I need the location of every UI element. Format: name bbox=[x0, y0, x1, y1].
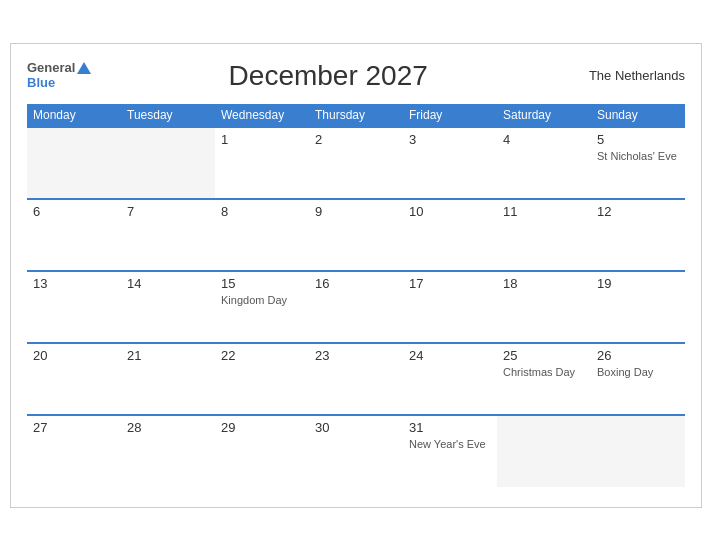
day-number: 5 bbox=[597, 132, 679, 147]
day-number: 13 bbox=[33, 276, 115, 291]
day-event: New Year's Eve bbox=[409, 437, 491, 451]
calendar-cell: 6 bbox=[27, 199, 121, 271]
calendar-cell: 13 bbox=[27, 271, 121, 343]
calendar-cell: 19 bbox=[591, 271, 685, 343]
day-number: 21 bbox=[127, 348, 209, 363]
day-number: 28 bbox=[127, 420, 209, 435]
day-number: 11 bbox=[503, 204, 585, 219]
weekday-header-sunday: Sunday bbox=[591, 104, 685, 127]
week-row-2: 6789101112 bbox=[27, 199, 685, 271]
day-number: 29 bbox=[221, 420, 303, 435]
calendar-container: General Blue December 2027 The Netherlan… bbox=[10, 43, 702, 508]
calendar-cell: 17 bbox=[403, 271, 497, 343]
calendar-cell: 11 bbox=[497, 199, 591, 271]
calendar-cell bbox=[591, 415, 685, 487]
weekday-header-tuesday: Tuesday bbox=[121, 104, 215, 127]
day-number: 31 bbox=[409, 420, 491, 435]
day-number: 9 bbox=[315, 204, 397, 219]
day-number: 12 bbox=[597, 204, 679, 219]
calendar-country: The Netherlands bbox=[565, 68, 685, 83]
day-number: 4 bbox=[503, 132, 585, 147]
calendar-header: General Blue December 2027 The Netherlan… bbox=[27, 60, 685, 92]
calendar-cell: 26Boxing Day bbox=[591, 343, 685, 415]
logo: General Blue bbox=[27, 61, 91, 90]
day-event: Kingdom Day bbox=[221, 293, 303, 307]
weekday-header-thursday: Thursday bbox=[309, 104, 403, 127]
calendar-cell: 9 bbox=[309, 199, 403, 271]
day-number: 6 bbox=[33, 204, 115, 219]
calendar-cell bbox=[121, 127, 215, 199]
day-number: 15 bbox=[221, 276, 303, 291]
weekday-header-wednesday: Wednesday bbox=[215, 104, 309, 127]
day-number: 25 bbox=[503, 348, 585, 363]
day-number: 1 bbox=[221, 132, 303, 147]
day-number: 22 bbox=[221, 348, 303, 363]
day-number: 23 bbox=[315, 348, 397, 363]
calendar-cell: 22 bbox=[215, 343, 309, 415]
day-number: 27 bbox=[33, 420, 115, 435]
calendar-cell: 5St Nicholas' Eve bbox=[591, 127, 685, 199]
week-row-4: 202122232425Christmas Day26Boxing Day bbox=[27, 343, 685, 415]
day-number: 7 bbox=[127, 204, 209, 219]
day-event: St Nicholas' Eve bbox=[597, 149, 679, 163]
day-number: 20 bbox=[33, 348, 115, 363]
calendar-cell: 31New Year's Eve bbox=[403, 415, 497, 487]
logo-triangle-icon bbox=[77, 62, 91, 74]
day-number: 16 bbox=[315, 276, 397, 291]
day-number: 17 bbox=[409, 276, 491, 291]
calendar-cell: 12 bbox=[591, 199, 685, 271]
calendar-cell: 3 bbox=[403, 127, 497, 199]
calendar-cell: 14 bbox=[121, 271, 215, 343]
calendar-cell: 23 bbox=[309, 343, 403, 415]
week-row-3: 131415Kingdom Day16171819 bbox=[27, 271, 685, 343]
day-number: 24 bbox=[409, 348, 491, 363]
logo-blue-text: Blue bbox=[27, 76, 91, 90]
day-number: 14 bbox=[127, 276, 209, 291]
day-number: 2 bbox=[315, 132, 397, 147]
calendar-cell: 28 bbox=[121, 415, 215, 487]
weekday-header-saturday: Saturday bbox=[497, 104, 591, 127]
day-number: 26 bbox=[597, 348, 679, 363]
calendar-cell: 27 bbox=[27, 415, 121, 487]
day-number: 3 bbox=[409, 132, 491, 147]
day-number: 8 bbox=[221, 204, 303, 219]
day-event: Christmas Day bbox=[503, 365, 585, 379]
calendar-cell: 25Christmas Day bbox=[497, 343, 591, 415]
calendar-cell: 20 bbox=[27, 343, 121, 415]
day-number: 19 bbox=[597, 276, 679, 291]
day-event: Boxing Day bbox=[597, 365, 679, 379]
calendar-cell: 2 bbox=[309, 127, 403, 199]
calendar-cell: 29 bbox=[215, 415, 309, 487]
day-number: 18 bbox=[503, 276, 585, 291]
calendar-cell: 7 bbox=[121, 199, 215, 271]
calendar-cell: 4 bbox=[497, 127, 591, 199]
weekday-header-monday: Monday bbox=[27, 104, 121, 127]
calendar-cell: 24 bbox=[403, 343, 497, 415]
calendar-cell: 8 bbox=[215, 199, 309, 271]
week-row-1: 12345St Nicholas' Eve bbox=[27, 127, 685, 199]
logo-general-text: General bbox=[27, 61, 75, 75]
week-row-5: 2728293031New Year's Eve bbox=[27, 415, 685, 487]
calendar-cell: 18 bbox=[497, 271, 591, 343]
calendar-cell: 16 bbox=[309, 271, 403, 343]
calendar-cell: 1 bbox=[215, 127, 309, 199]
calendar-cell: 10 bbox=[403, 199, 497, 271]
calendar-title: December 2027 bbox=[91, 60, 565, 92]
weekday-header-row: MondayTuesdayWednesdayThursdayFridaySatu… bbox=[27, 104, 685, 127]
day-number: 30 bbox=[315, 420, 397, 435]
calendar-cell: 15Kingdom Day bbox=[215, 271, 309, 343]
calendar-cell bbox=[497, 415, 591, 487]
calendar-grid: MondayTuesdayWednesdayThursdayFridaySatu… bbox=[27, 104, 685, 487]
weekday-header-friday: Friday bbox=[403, 104, 497, 127]
calendar-cell: 21 bbox=[121, 343, 215, 415]
calendar-cell bbox=[27, 127, 121, 199]
day-number: 10 bbox=[409, 204, 491, 219]
calendar-cell: 30 bbox=[309, 415, 403, 487]
